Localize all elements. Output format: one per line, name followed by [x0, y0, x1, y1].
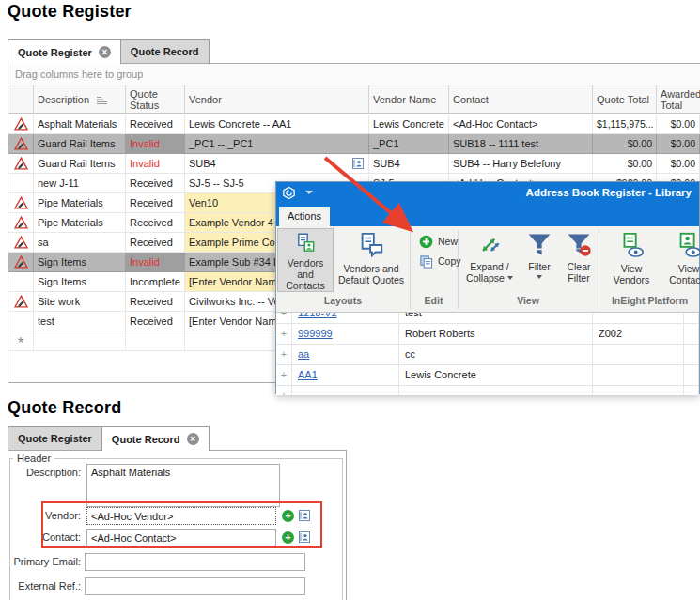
edited-row-icon [14, 295, 28, 308]
quote-register-heading: Quote Register [8, 2, 132, 22]
copy-button[interactable]: Copy [419, 252, 461, 270]
header-indicator-cell [8, 85, 34, 114]
list-item[interactable]: AA1 Lewis Concrete [276, 365, 699, 386]
record-tabstrip: Quote Register Quote Record [8, 426, 209, 451]
vendor-id-link[interactable]: 1218-V2 [298, 313, 337, 318]
tab-quote-record-label: Quote Record [131, 46, 199, 57]
tab-quote-record-label: Quote Record [112, 434, 180, 445]
vendor-name-cell: Robert Roberts [399, 324, 593, 345]
tab-quote-record[interactable]: Quote Record [120, 39, 210, 63]
header-description[interactable]: Description [34, 85, 126, 114]
list-item[interactable]: 999999 Robert Roberts Z002 [276, 324, 699, 345]
expand-plus-icon[interactable] [276, 324, 292, 345]
tab-quote-register[interactable]: Quote Register [8, 39, 121, 64]
cell-status: Invalid [126, 154, 185, 174]
table-row[interactable]: Asphalt Materials Received Lewis Concret… [8, 115, 700, 134]
vendor-name-cell: cc [399, 345, 593, 365]
vendor-id-link[interactable]: AA1 [298, 369, 318, 380]
annotation-arrow [312, 150, 434, 244]
expand-collapse-button[interactable]: Expand / Collapse [461, 228, 518, 292]
address-book-grid: 1218-V2 test 999999 Robert Roberts Z002 … [276, 313, 699, 395]
vendor-id-link[interactable]: aa [298, 348, 309, 360]
cell-status: Received [126, 174, 185, 193]
description-label: Description: [9, 467, 81, 478]
close-icon[interactable] [187, 433, 199, 445]
view-contacts-button[interactable]: View Contacts [661, 228, 700, 292]
cell-description: Asphalt Materials [34, 115, 126, 134]
sort-icon[interactable] [96, 95, 108, 104]
cell-quote-total: $0.00 [593, 154, 657, 174]
cell-quote-total: $1,115,975... [593, 115, 657, 134]
edited-row-icon [14, 196, 28, 209]
expand-plus-icon[interactable] [276, 365, 292, 386]
cell-status: Received [126, 115, 185, 134]
register-tabstrip: Quote Register Quote Record [8, 39, 209, 64]
edited-row-icon [14, 255, 28, 269]
copy-icon [419, 254, 433, 269]
group-label-platform: InEight Platform [599, 294, 700, 309]
ineight-logo-icon [282, 186, 296, 200]
tab-quote-register[interactable]: Quote Register [8, 426, 102, 450]
vendor-name-cell: Lewis Concrete [399, 365, 593, 386]
header-vendor[interactable]: Vendor [185, 85, 369, 114]
vendor-id-link[interactable]: 999999 [298, 328, 333, 339]
cell-vendor: Lewis Concrete -- AA1 [185, 115, 369, 134]
primary-email-field[interactable] [85, 553, 305, 571]
vendor-name-cell: test [399, 313, 593, 324]
tab-quote-record[interactable]: Quote Record [101, 426, 210, 451]
cell-description: sa [34, 233, 126, 253]
annotation-highlight-box [41, 501, 322, 548]
header-contact[interactable]: Contact [449, 85, 593, 114]
tab-quote-register-label: Quote Register [18, 433, 92, 444]
expand-plus-icon[interactable] [276, 345, 292, 365]
expand-collapse-icon [476, 231, 503, 257]
group-label-edit: Edit [410, 294, 458, 309]
vendor-code-cell [593, 365, 684, 386]
chevron-down-icon [537, 275, 542, 279]
cell-status: Received [126, 233, 185, 253]
cell-contact: <Ad-Hoc Contact> [449, 115, 593, 134]
view-vendors-button[interactable]: View Vendors [602, 228, 661, 292]
vendor-code-cell: Z002 [593, 324, 684, 345]
external-ref-field[interactable] [85, 577, 305, 595]
grid-header-row: Description Quote Status Vendor Vendor N… [8, 85, 700, 114]
external-ref-label: External Ref.: [0, 580, 81, 592]
edited-row-icon [14, 137, 28, 150]
header-vendor-name[interactable]: Vendor Name [369, 85, 449, 114]
clear-filter-button[interactable]: Clear Filter [560, 228, 598, 292]
window-title: Address Book Register - Library [526, 187, 693, 198]
cell-awarded-total: $0.00 [657, 115, 700, 134]
edited-row-icon [14, 236, 28, 249]
cell-contact: SUB18 -- 1111 test [449, 134, 593, 154]
edited-row-icon [14, 117, 28, 131]
filter-button[interactable]: Filter [519, 228, 560, 292]
cell-description: test [34, 312, 126, 331]
list-item[interactable]: aa cc [276, 345, 699, 365]
cell-status: Invalid [126, 134, 185, 154]
vendor-code-cell [593, 345, 684, 365]
cell-description: new J-11 [34, 174, 126, 193]
cell-vendor-name: Lewis Concrete [369, 115, 449, 134]
clear-filter-icon [566, 231, 592, 257]
list-item[interactable]: 1218-V2 test [276, 313, 699, 324]
header-groupbox-label: Header [13, 453, 54, 464]
edited-row-icon [14, 157, 28, 170]
tab-quote-register-label: Quote Register [18, 47, 92, 58]
cell-status: Received [126, 213, 185, 233]
filter-icon [526, 231, 552, 257]
expand-plus-icon[interactable] [276, 313, 292, 324]
header-awarded-total[interactable]: Awarded Total [657, 85, 700, 114]
list-item [276, 386, 699, 395]
cell-description: Guard Rail Items [34, 134, 126, 154]
cell-status: Invalid [126, 253, 185, 272]
cell-contact: SUB4 -- Harry Belefony [449, 154, 593, 174]
cell-description: Pipe Materials [34, 213, 126, 233]
cell-awarded-total: $0.00 [657, 134, 700, 154]
close-icon[interactable] [99, 46, 111, 58]
header-quote-status[interactable]: Quote Status [126, 85, 185, 114]
header-quote-total[interactable]: Quote Total [593, 85, 657, 114]
quote-record-heading: Quote Record [8, 398, 121, 418]
group-by-bar[interactable]: Drag columns here to group [8, 64, 700, 85]
view-vendors-icon [617, 231, 646, 259]
cell-description: Pipe Materials [34, 193, 126, 213]
